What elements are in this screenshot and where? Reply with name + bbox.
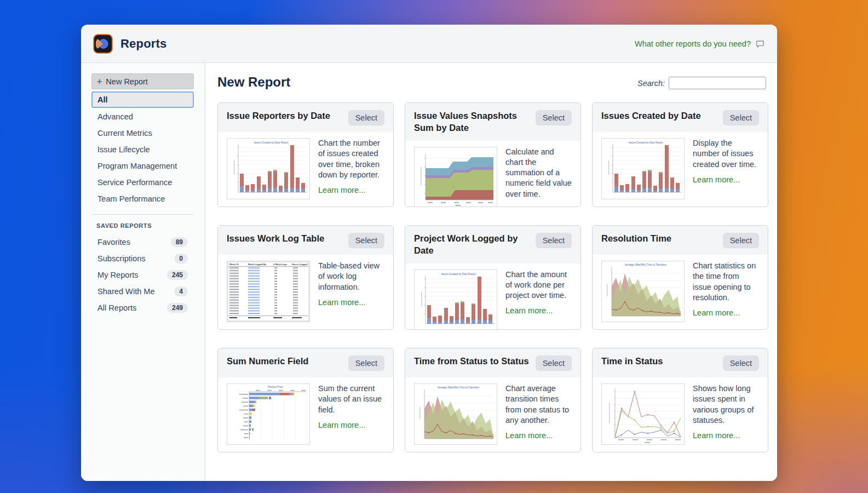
report-card-issues-created-by-date: Issues Created by Date Select Issues Cre… — [592, 102, 768, 207]
report-card-title: Issue Values Snapshots Sum by Date — [414, 110, 536, 134]
sidebar-item-shared-with-me[interactable]: Shared With Me 4 — [91, 283, 194, 300]
sidebar-item-all-reports[interactable]: All Reports 249 — [91, 300, 194, 316]
learn-more-link[interactable]: Learn more... — [505, 306, 553, 315]
report-description: Sum the current values of an issue field… — [318, 383, 384, 415]
svg-text:Issues Created by Date Report: Issues Created by Date Report — [628, 141, 663, 144]
report-thumbnail-table: Week Of Work Logged By # Work Logs Hours… — [227, 261, 310, 322]
report-card-title: Issue Reporters by Date — [227, 110, 336, 122]
svg-text:Average (Max/Min) Time to Tran: Average (Max/Min) Time to Transition — [438, 386, 480, 389]
select-button[interactable]: Select — [348, 233, 384, 248]
report-card-time-from-status-to-status: Time from Status to Status Select Averag… — [405, 348, 581, 452]
count-badge: 89 — [171, 237, 188, 247]
report-thumbnail-stacked-area-chart — [414, 147, 497, 207]
sidebar-item-subscriptions[interactable]: Subscriptions 0 — [91, 250, 194, 267]
report-card-project-work-logged-by-date: Project Work Logged by Date Select Issue… — [405, 225, 581, 330]
select-button[interactable]: Select — [723, 110, 759, 125]
main-content: New Report Search: Issue Reporters by Da… — [205, 63, 777, 481]
report-cards-grid: Issue Reporters by Date Select Issues Cr… — [217, 102, 766, 452]
report-thumbnail-overlap-area-chart: Average (Max/Min) Time to Transition — [601, 261, 685, 322]
select-button[interactable]: Select — [723, 356, 759, 371]
report-description: Chart the amount of work done per projec… — [505, 270, 572, 301]
learn-more-link[interactable]: Learn more... — [693, 175, 740, 184]
select-button[interactable]: Select — [348, 356, 384, 371]
sidebar-item-my-reports[interactable]: My Reports 245 — [91, 267, 194, 283]
report-thumbnail-overlap-area-chart: Average (Max/Min) Time to Transition — [414, 383, 497, 445]
learn-more-link[interactable]: Learn more... — [318, 421, 365, 429]
report-description: Table-based view of work log information… — [318, 261, 384, 293]
sidebar-item-service-performance[interactable]: Service Performance — [91, 174, 194, 191]
count-badge: 4 — [174, 286, 188, 296]
count-badge: 0 — [174, 254, 188, 263]
report-thumbnail-line-chart — [601, 383, 685, 445]
learn-more-link[interactable]: Learn more... — [693, 431, 740, 440]
search-label: Search: — [637, 79, 665, 88]
report-description: Display the number of issues created ove… — [693, 138, 759, 170]
plus-icon: + — [97, 77, 102, 86]
count-badge: 249 — [167, 303, 188, 313]
report-description: Chart average transition times from one … — [505, 383, 572, 426]
report-card-title: Time from Status to Status — [414, 356, 534, 368]
sidebar: + New Report All Advanced Current Metric… — [81, 63, 205, 481]
svg-text:Work Logged By: Work Logged By — [248, 263, 267, 266]
sidebar-item-all[interactable]: All — [91, 91, 194, 108]
reports-window: Reports What other reports do you need? … — [81, 25, 777, 481]
svg-text:Hours Logged: Hours Logged — [292, 263, 308, 266]
report-thumbnail-stacked-bar-chart: Issues Created by Date Report — [414, 270, 497, 330]
learn-more-link[interactable]: Learn more... — [318, 298, 365, 307]
svg-text:Product Price: Product Price — [268, 386, 283, 388]
report-thumbnail-stacked-bar-chart: Issues Created by Date Report — [227, 138, 310, 199]
report-thumbnail-stacked-bar-chart: Issues Created by Date Report — [601, 138, 685, 199]
report-card-time-in-status: Time in Status Select — [592, 348, 768, 452]
learn-more-link[interactable]: Learn more... — [693, 308, 740, 317]
select-button[interactable]: Select — [536, 356, 572, 371]
report-card-title: Resolution Time — [601, 233, 677, 245]
report-description: Shows how long issues spent in various g… — [693, 383, 759, 426]
sidebar-item-issue-lifecycle[interactable]: Issue Lifecycle — [91, 141, 194, 158]
page-title: New Report — [217, 74, 290, 90]
new-report-button[interactable]: + New Report — [91, 73, 194, 89]
select-button[interactable]: Select — [536, 233, 572, 248]
learn-more-link[interactable]: Learn more... — [505, 205, 553, 207]
count-badge: 245 — [167, 270, 188, 280]
report-card-issues-work-log-table: Issues Work Log Table Select — [217, 225, 394, 330]
svg-text:Issues Created by Date Report: Issues Created by Date Report — [441, 273, 476, 276]
learn-more-link[interactable]: Learn more... — [505, 431, 553, 440]
report-card-issue-values-snapshots-sum-by-date: Issue Values Snapshots Sum by Date Selec… — [405, 102, 581, 207]
report-description: Chart the number of issues created over … — [318, 138, 384, 180]
svg-text:Issues Created by Date Report: Issues Created by Date Report — [254, 141, 289, 144]
app-header: Reports What other reports do you need? — [81, 25, 777, 63]
sidebar-divider — [91, 214, 194, 215]
report-card-title: Issues Created by Date — [601, 110, 706, 122]
svg-text:Average (Max/Min) Time to Tran: Average (Max/Min) Time to Transition — [625, 263, 667, 266]
report-card-title: Project Work Logged by Date — [414, 233, 536, 257]
report-description: Calculate and chart the summation of a n… — [505, 147, 572, 199]
sidebar-item-team-performance[interactable]: Team Performance — [91, 191, 194, 207]
sidebar-item-advanced[interactable]: Advanced — [91, 108, 194, 125]
report-description: Chart statistics on the time from issue … — [693, 261, 759, 303]
report-card-title: Issues Work Log Table — [227, 233, 330, 245]
report-card-title: Time in Status — [601, 356, 668, 368]
select-button[interactable]: Select — [723, 233, 759, 248]
sidebar-item-program-management[interactable]: Program Management — [91, 158, 194, 174]
saved-reports-label: SAVED REPORTS — [91, 222, 194, 229]
app-logo-icon — [93, 34, 113, 54]
report-card-issue-reporters-by-date: Issue Reporters by Date Select Issues Cr… — [217, 102, 394, 207]
report-card-title: Sum Numeric Field — [227, 356, 314, 368]
svg-text:# Work Logs: # Work Logs — [273, 263, 288, 266]
select-button[interactable]: Select — [536, 110, 572, 125]
report-thumbnail-horizontal-bar-chart: Product Price — [227, 383, 310, 445]
sidebar-item-favorites[interactable]: Favorites 89 — [91, 234, 194, 250]
app-title: Reports — [120, 37, 167, 51]
search-input[interactable] — [669, 77, 766, 89]
speech-bubble-icon — [755, 39, 765, 49]
sidebar-item-current-metrics[interactable]: Current Metrics — [91, 125, 194, 141]
feedback-link[interactable]: What other reports do you need? — [635, 39, 751, 48]
learn-more-link[interactable]: Learn more... — [318, 186, 365, 194]
select-button[interactable]: Select — [348, 110, 384, 125]
report-card-resolution-time: Resolution Time Select Average (Max/Min)… — [592, 225, 768, 330]
report-card-sum-numeric-field: Sum Numeric Field Select Product Price — [217, 348, 394, 452]
svg-text:Week Of: Week Of — [229, 263, 239, 266]
